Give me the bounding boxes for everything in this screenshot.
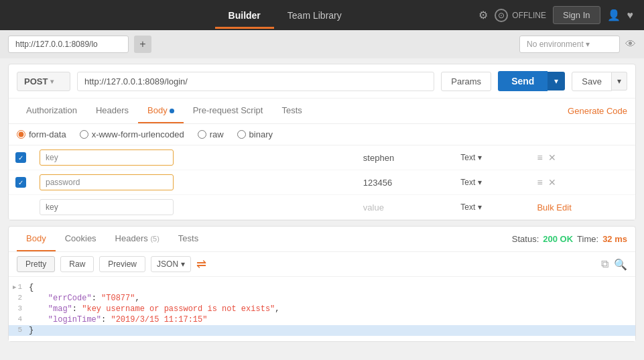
request-area: POST ▾ Params Send ▾ Save ▾ Authorizatio… (8, 64, 636, 221)
code-line-4: 4 "loginTime": "2019/3/15 11:17:15" (9, 314, 635, 325)
code-line-2: 2 "errCode": "T0877", (9, 293, 635, 304)
tab-body-label: Body (147, 105, 168, 115)
wrap-icon[interactable]: ⇌ (196, 257, 206, 272)
resp-tab-cookies[interactable]: Cookies (56, 227, 106, 251)
bulk-edit-button[interactable]: Bulk Edit (537, 202, 571, 213)
urlencoded-label: x-www-form-urlencoded (92, 129, 184, 139)
raw-radio-input[interactable] (198, 130, 206, 139)
method-chevron-icon: ▾ (50, 78, 54, 85)
urlencoded-radio-input[interactable] (80, 130, 88, 139)
row1-actions: ≡ ✕ (537, 152, 629, 163)
row2-type: Text ▾ (460, 178, 523, 187)
tab-tests[interactable]: Tests (272, 99, 311, 123)
row1-menu-icon[interactable]: ≡ (537, 152, 542, 163)
save-button[interactable]: Save (572, 72, 612, 91)
response-actions: ⧉ 🔍 (601, 258, 627, 271)
generate-code-link[interactable]: Generate Code (568, 106, 627, 116)
save-dropdown-button[interactable]: ▾ (612, 72, 627, 91)
binary-radio-input[interactable] (237, 130, 246, 139)
method-select[interactable]: POST ▾ (17, 72, 70, 91)
form-data-label: form-data (29, 129, 66, 139)
url-bar-left: + (8, 36, 151, 53)
row1-key-input[interactable] (40, 149, 174, 166)
top-nav: Builder Team Library ⚙ ⊙ OFFLINE Sign In… (0, 0, 644, 30)
form-data-table: ✓ stephen Text ▾ ≡ ✕ ✓ (9, 145, 635, 220)
response-area: Body Cookies Headers (5) Tests Status: 2… (8, 226, 636, 342)
tab-url-input[interactable] (8, 36, 129, 53)
row2-checkbox[interactable]: ✓ (15, 177, 26, 188)
format-pretty-button[interactable]: Pretty (17, 256, 55, 272)
copy-icon[interactable]: ⧉ (601, 258, 608, 270)
search-icon[interactable]: 🔍 (614, 258, 627, 271)
time-value: 32 ms (602, 234, 627, 244)
resp-tab-headers[interactable]: Headers (5) (106, 227, 169, 251)
add-tab-button[interactable]: + (134, 36, 151, 53)
eye-icon[interactable]: 👁 (625, 38, 636, 50)
format-select-label: JSON (157, 259, 178, 269)
format-preview-button[interactable]: Preview (99, 256, 145, 272)
row1-delete-icon[interactable]: ✕ (548, 152, 556, 163)
empty-type: Text ▾ (460, 202, 523, 212)
form-data-radio-input[interactable] (17, 130, 25, 139)
line-num-5: 5 (9, 326, 29, 334)
line-num-4: 4 (9, 315, 29, 323)
tab-authorization[interactable]: Authorization (17, 99, 86, 123)
line-num-1: 1 (9, 283, 29, 291)
binary-label: binary (249, 129, 273, 139)
status-label: Status: (512, 234, 539, 244)
row1-type: Text ▾ (460, 153, 523, 162)
line-num-2: 2 (9, 294, 29, 302)
settings-icon[interactable]: ⚙ (478, 9, 488, 21)
body-type-row: form-data x-www-form-urlencoded raw bina… (9, 124, 635, 145)
format-raw-button[interactable]: Raw (60, 256, 94, 272)
tab-body[interactable]: Body (138, 99, 184, 123)
offline-circle-icon: ⊙ (495, 9, 508, 22)
row2-delete-icon[interactable]: ✕ (548, 177, 556, 188)
environment-select[interactable]: No environment ▾ (519, 36, 620, 53)
row2-key-input[interactable] (40, 174, 174, 190)
row1-value: stephen (357, 145, 454, 170)
tab-headers[interactable]: Headers (86, 99, 138, 123)
heart-icon[interactable]: ♥ (627, 9, 634, 21)
code-content-2: "errCode": "T0877", (29, 294, 635, 303)
response-tabs-row: Body Cookies Headers (5) Tests Status: 2… (9, 227, 635, 252)
row2-value: 123456 (357, 170, 454, 195)
offline-indicator: ⊙ OFFLINE (495, 9, 546, 22)
resp-headers-badge: 5 (153, 235, 157, 243)
empty-key-input[interactable] (40, 199, 174, 215)
resp-headers-label: Headers (115, 233, 148, 243)
form-data-radio[interactable]: form-data (17, 129, 66, 139)
row2-type-chevron-icon[interactable]: ▾ (478, 178, 482, 187)
resp-tab-tests[interactable]: Tests (169, 227, 208, 251)
row1-checkbox[interactable]: ✓ (15, 152, 26, 163)
raw-label: raw (210, 129, 224, 139)
tab-pre-request[interactable]: Pre-request Script (184, 99, 273, 123)
urlencoded-radio[interactable]: x-www-form-urlencoded (80, 129, 184, 139)
row2-type-label: Text (460, 178, 475, 187)
send-dropdown-button[interactable]: ▾ (548, 72, 565, 91)
send-button[interactable]: Send (498, 71, 548, 91)
empty-value: value (357, 195, 454, 220)
url-bar-right: No environment ▾ 👁 (519, 36, 636, 53)
method-label: POST (24, 76, 48, 86)
format-select[interactable]: JSON ▾ (151, 256, 191, 272)
resp-tab-body[interactable]: Body (17, 227, 56, 251)
raw-radio[interactable]: raw (198, 129, 224, 139)
table-row: ✓ 123456 Text ▾ ≡ ✕ (9, 170, 635, 195)
url-bar-row: + No environment ▾ 👁 (0, 30, 644, 58)
code-line-3: 3 "mag": "key username or password is no… (9, 304, 635, 314)
params-button[interactable]: Params (441, 72, 491, 91)
nav-right: ⚙ ⊙ OFFLINE Sign In 👤 ♥ (478, 6, 633, 24)
tab-builder[interactable]: Builder (215, 2, 274, 29)
empty-type-chevron-icon[interactable]: ▾ (478, 202, 482, 212)
empty-type-label: Text (460, 202, 475, 212)
user-icon[interactable]: 👤 (607, 9, 621, 21)
row2-menu-icon[interactable]: ≡ (537, 177, 542, 188)
request-tabs: Authorization Headers Body Pre-request S… (17, 99, 312, 123)
row1-type-chevron-icon[interactable]: ▾ (478, 153, 482, 162)
request-url-input[interactable] (77, 72, 434, 91)
sign-in-button[interactable]: Sign In (553, 6, 600, 24)
tab-team-library[interactable]: Team Library (274, 2, 355, 29)
table-row: ✓ stephen Text ▾ ≡ ✕ (9, 145, 635, 170)
binary-radio[interactable]: binary (237, 129, 273, 139)
